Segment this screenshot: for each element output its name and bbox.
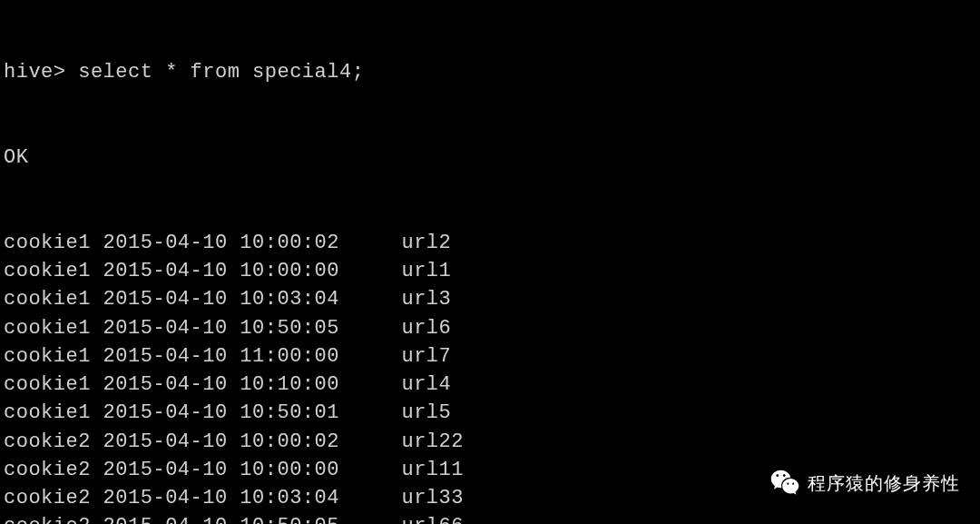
table-row: cookie1 2015-04-10 10:50:05 url6 [4, 314, 976, 342]
table-row: cookie1 2015-04-10 11:00:00 url7 [4, 342, 976, 371]
wechat-icon [769, 468, 800, 499]
table-row: cookie1 2015-04-10 10:03:04 url3 [4, 285, 976, 313]
watermark-text: 程序猿的修身养性 [808, 471, 960, 496]
table-row: cookie1 2015-04-10 10:00:00 url1 [4, 257, 976, 285]
table-row: cookie2 2015-04-10 10:00:02 url22 [4, 428, 976, 456]
sql-query: select * from special4; [78, 61, 364, 84]
table-row: cookie2 2015-04-10 10:50:05 url66 [4, 512, 976, 524]
terminal-output[interactable]: hive> select * from special4; OK cookie1… [0, 0, 980, 524]
table-row: cookie1 2015-04-10 10:50:01 url5 [4, 399, 976, 427]
table-row: cookie1 2015-04-10 10:00:02 url2 [4, 229, 976, 257]
query-line: hive> select * from special4; [4, 58, 976, 86]
table-row: cookie1 2015-04-10 10:10:00 url4 [4, 371, 976, 399]
hive-prompt: hive> [4, 61, 66, 84]
watermark: 程序猿的修身养性 [769, 468, 960, 499]
status-line: OK [4, 143, 976, 172]
